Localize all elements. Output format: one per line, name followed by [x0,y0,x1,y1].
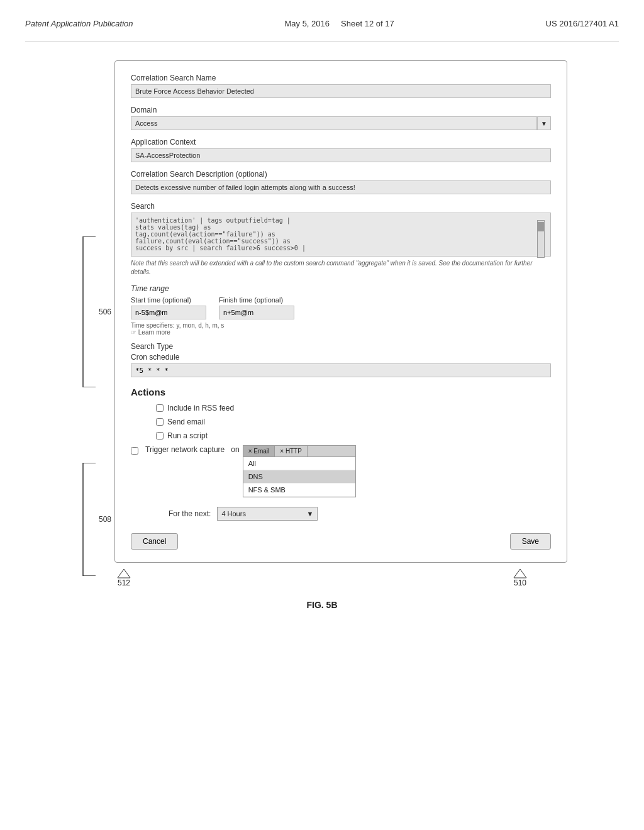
on-label: on [231,445,239,454]
send-email-action-row: Send email [131,418,551,426]
page: Patent Application Publication May 5, 20… [0,0,644,830]
for-next-arrow: ▼ [306,510,313,517]
content-area: 506 508 Correlation Search Name Brute Fo… [25,60,619,610]
protocol-item-nfs-smb[interactable]: NFS & SMB [243,484,355,497]
header-center: May 5, 2016 Sheet 12 of 17 [284,19,394,28]
start-time-col: Start time (optional) n-5$m@m [131,296,206,319]
actions-section: Actions Include in RSS feed Send email [131,387,551,521]
time-range-row: Start time (optional) n-5$m@m Finish tim… [131,296,551,319]
for-next-value: 4 Hours [221,510,246,517]
domain-group: Domain Access ▼ [131,106,551,130]
protocol-panel: × Email × HTTP All [243,445,356,497]
for-next-label: For the next: [169,509,211,518]
protocol-item-dns[interactable]: DNS [243,470,355,484]
description-input[interactable]: Detects excessive number of failed login… [131,180,551,194]
rss-checkbox[interactable] [156,404,164,412]
search-textarea[interactable]: 'authentication' | tags outputfield=tag … [131,213,551,257]
search-group: Search 'authentication' | tags outputfie… [131,202,551,277]
search-note: Note that this search will be extended w… [131,259,551,277]
ref-506-label: 506 [99,307,111,316]
run-script-action-row: Run a script [131,431,551,440]
domain-label: Domain [131,106,551,114]
trigger-network-action-row: Trigger network capture on × Email × HTT… [131,445,551,497]
for-next-row: For the next: 4 Hours ▼ [131,507,551,521]
page-header: Patent Application Publication May 5, 20… [25,13,619,42]
time-range-label: Time range [131,284,551,293]
header-patent-number: US 2016/127401 A1 [546,19,619,28]
for-next-select[interactable]: 4 Hours ▼ [217,507,318,521]
domain-dropdown[interactable]: Access ▼ [131,116,551,130]
bracket-508: 508 [77,463,114,576]
email-tab[interactable]: × Email [243,446,275,456]
http-tab[interactable]: × HTTP [275,446,308,456]
ref-512-label: 512 [118,578,130,587]
bottom-refs: 512 510 [77,569,567,587]
learn-more-link[interactable]: ☞ Learn more [131,329,170,336]
domain-dropdown-arrow[interactable]: ▼ [537,116,551,130]
fig-label: FIG. 5B [77,600,567,610]
application-context-input[interactable]: SA-AccessProtection [131,148,551,162]
trigger-network-container: Trigger network capture on × Email × HTT… [131,445,356,497]
cancel-button[interactable]: Cancel [131,533,178,550]
cron-input[interactable]: *5 * * * [131,363,551,377]
time-range-section: Time range Start time (optional) n-5$m@m… [131,284,551,336]
search-scrollbar[interactable] [537,220,545,258]
search-box-container: 'authentication' | tags outputfield=tag … [131,213,551,257]
search-type-group: Search Type Cron schedule *5 * * * [131,342,551,377]
description-label: Correlation Search Description (optional… [131,170,551,179]
actions-title: Actions [131,387,551,397]
trigger-network-checkbox[interactable] [131,447,138,455]
time-specifiers: Time specifiers: y, mon, d, h, m, s ☞ Le… [131,322,551,336]
header-publication: Patent Application Publication [25,19,133,28]
trigger-network-label: Trigger network capture [145,445,225,454]
bracket-506: 506 [77,236,114,387]
correlation-search-name-group: Correlation Search Name Brute Force Acce… [131,74,551,98]
send-email-checkbox[interactable] [156,418,164,426]
finish-time-col: Finish time (optional) n+5m@m [219,296,294,319]
description-group: Correlation Search Description (optional… [131,170,551,194]
buttons-row: Cancel Save [131,533,551,550]
save-button[interactable]: Save [510,533,551,550]
ref-510-label: 510 [514,578,526,587]
start-time-label: Start time (optional) [131,296,206,304]
search-type-label: Search Type [131,342,551,351]
finish-time-input[interactable]: n+5m@m [219,306,294,319]
finish-time-label: Finish time (optional) [219,296,294,304]
ref-510-group: 510 [511,569,530,587]
ref-508-label: 508 [99,515,111,524]
application-context-group: Application Context SA-AccessProtection [131,138,551,162]
correlation-search-name-input[interactable]: Brute Force Access Behavior Detected [131,84,551,98]
run-script-checkbox[interactable] [156,432,164,440]
scroll-thumb [538,222,544,231]
search-label: Search [131,202,551,211]
protocol-item-all[interactable]: All [243,457,355,470]
header-date: May 5, 2016 [284,19,330,28]
ref-512-arrow-svg [114,569,133,578]
start-time-input[interactable]: n-5$m@m [131,306,206,319]
rss-label: Include in RSS feed [167,404,234,412]
form-panel: Correlation Search Name Brute Force Acce… [114,60,567,563]
domain-input[interactable]: Access [131,116,537,130]
correlation-search-name-label: Correlation Search Name [131,74,551,82]
ref-510-arrow-svg [511,569,530,578]
protocol-list: All DNS NFS & SMB [243,457,355,497]
send-email-label: Send email [167,418,205,426]
ref-512-group: 512 [114,569,133,587]
rss-action-row: Include in RSS feed [131,404,551,412]
header-sheet: Sheet 12 of 17 [341,19,394,28]
cron-schedule-label: Cron schedule [131,353,551,362]
diagram-container: 506 508 Correlation Search Name Brute Fo… [77,60,567,610]
application-context-label: Application Context [131,138,551,147]
run-script-label: Run a script [167,431,208,440]
time-specifiers-text: Time specifiers: y, mon, d, h, m, s [131,322,224,329]
search-content: 'authentication' | tags outputfield=tag … [135,217,306,252]
protocol-tabs: × Email × HTTP [243,446,355,457]
